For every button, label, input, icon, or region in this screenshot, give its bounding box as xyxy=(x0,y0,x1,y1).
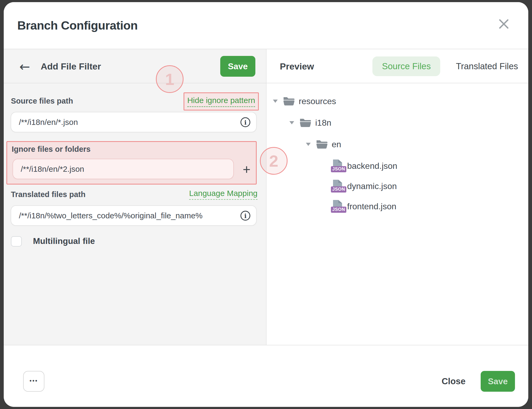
multilingual-checkbox[interactable] xyxy=(11,236,22,247)
tree-row-en[interactable]: en xyxy=(267,134,528,155)
hide-ignore-pattern-highlight: Hide ignore pattern xyxy=(184,92,259,111)
file-filter-header: ← Add File Filter Save xyxy=(4,49,266,83)
close-button[interactable] xyxy=(496,16,512,32)
save-button-footer[interactable]: Save xyxy=(481,371,515,392)
ignore-files-label: Ignore files or folders xyxy=(12,145,91,154)
json-badge: JSON xyxy=(331,207,346,213)
tree-label: frontend.json xyxy=(347,202,396,211)
source-path-input[interactable] xyxy=(11,112,257,132)
annotation-step-2: 2 xyxy=(260,147,288,175)
close-icon xyxy=(498,18,510,30)
language-mapping-link[interactable]: Language Mapping xyxy=(189,189,257,200)
expand-caret-icon[interactable] xyxy=(305,143,311,146)
annotation-step-1: 1 xyxy=(156,65,184,93)
tree-label: i18n xyxy=(315,118,331,128)
json-file-icon: JSON xyxy=(333,159,344,172)
json-file-icon: JSON xyxy=(333,200,344,213)
json-file-icon: JSON xyxy=(333,180,344,193)
folder-icon xyxy=(299,118,311,128)
preview-title: Preview xyxy=(280,49,314,83)
hide-ignore-pattern-link[interactable]: Hide ignore pattern xyxy=(187,96,255,107)
folder-icon xyxy=(316,140,327,149)
tree-row-file[interactable]: JSON dynamic.json xyxy=(267,176,528,197)
source-files-path-label: Source files path xyxy=(11,97,73,105)
ignore-pattern-field-wrap xyxy=(13,159,234,179)
tree-label: dynamic.json xyxy=(347,181,397,191)
source-path-field-wrap: i xyxy=(11,112,257,132)
branch-configuration-modal: Branch Configuration ← Add File Filter S… xyxy=(4,2,528,407)
modal-title: Branch Configuration xyxy=(17,19,138,32)
tab-translated-files[interactable]: Translated Files xyxy=(446,56,528,76)
expand-caret-icon[interactable] xyxy=(272,100,278,103)
tree-row-i18n[interactable]: i18n xyxy=(267,112,528,133)
folder-icon xyxy=(283,96,294,106)
tree-row-file[interactable]: JSON frontend.json xyxy=(267,196,528,217)
ignore-section-highlight: Ignore files or folders + xyxy=(6,141,257,185)
add-ignore-pattern-button[interactable]: + xyxy=(238,160,255,179)
modal-header: Branch Configuration xyxy=(4,2,528,49)
close-button-footer[interactable]: Close xyxy=(442,376,466,386)
translated-path-input[interactable] xyxy=(11,205,257,226)
info-icon[interactable]: i xyxy=(240,117,250,127)
tree-label: en xyxy=(332,140,341,149)
filter-save-button[interactable]: Save xyxy=(220,56,255,77)
tree-row-file[interactable]: JSON backend.json xyxy=(267,156,528,176)
expand-caret-icon[interactable] xyxy=(289,121,295,124)
back-arrow-icon: ← xyxy=(19,60,30,73)
back-button[interactable]: ← xyxy=(16,58,33,75)
json-badge: JSON xyxy=(331,186,346,193)
multilingual-label[interactable]: Multilingual file xyxy=(33,236,95,247)
footer-actions: Close Save xyxy=(442,371,515,392)
preview-header: Preview Source Files Translated Files xyxy=(267,49,528,83)
json-badge: JSON xyxy=(331,166,346,172)
ignore-pattern-input[interactable] xyxy=(13,159,234,179)
tab-source-files[interactable]: Source Files xyxy=(372,56,440,76)
translated-files-path-label: Translated files path xyxy=(11,190,85,199)
translated-path-field-wrap: i xyxy=(11,205,257,226)
modal-footer: ••• Close Save xyxy=(4,345,528,407)
more-options-button[interactable]: ••• xyxy=(23,371,44,392)
tree-label: resources xyxy=(299,96,336,106)
tree-label: backend.json xyxy=(347,161,397,171)
file-filter-title: Add File Filter xyxy=(41,49,101,83)
preview-panel: Preview Source Files Translated Files re… xyxy=(266,49,528,345)
info-icon[interactable]: i xyxy=(240,211,250,220)
tree-row-resources[interactable]: resources xyxy=(267,91,528,112)
file-filter-panel: ← Add File Filter Save Source files path… xyxy=(4,49,266,345)
